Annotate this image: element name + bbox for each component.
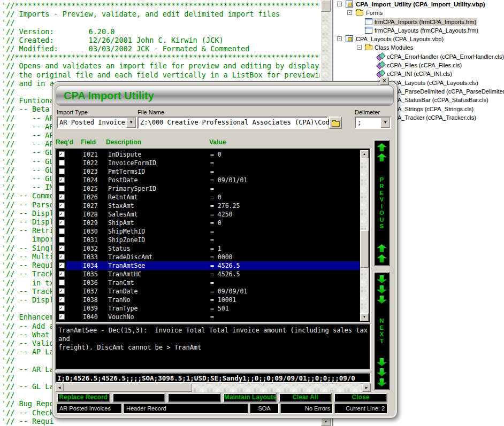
row-checkbox[interactable]: ✓ bbox=[59, 168, 65, 174]
scroll-left-button[interactable]: ◀ bbox=[55, 384, 64, 392]
row-field-id: I023 bbox=[83, 168, 98, 175]
file-name-field[interactable]: Z:\000 Creative Professional Associates … bbox=[138, 117, 328, 129]
dialog-button[interactable]: Maintain Layouts bbox=[223, 393, 277, 402]
row-checkbox[interactable]: ✓ bbox=[59, 245, 65, 251]
expand-toggle-icon[interactable]: - bbox=[337, 36, 342, 41]
dialog-button[interactable]: Clear All bbox=[279, 393, 332, 402]
delimiter-combobox[interactable]: ; ▼ bbox=[355, 117, 391, 129]
field-description-text: TranAmtSee - Dec(15,3): Invoice Total To… bbox=[58, 326, 368, 352]
import-type-label: Import Type bbox=[57, 109, 88, 115]
row-description: VouchNo bbox=[108, 313, 134, 321]
expand-toggle-icon[interactable]: - bbox=[347, 10, 352, 15]
import-type-combobox[interactable]: AR Posted Invoices ▼ bbox=[57, 117, 137, 129]
row-checkbox[interactable]: ✓ bbox=[59, 203, 65, 208]
next-record-button[interactable]: NEXT bbox=[373, 272, 390, 390]
form-icon bbox=[365, 18, 372, 25]
field-row[interactable]: ✓ I030 ShipMethID = bbox=[57, 227, 360, 236]
scroll-up-button[interactable]: ▲ bbox=[360, 150, 369, 158]
tree-item[interactable]: frmCPA_Layouts (frmCPA_Layouts.frm) bbox=[333, 26, 504, 35]
field-row[interactable]: ✓ I027 StaxAmt = 276.25 bbox=[57, 202, 360, 210]
dialog-title: CPA Import Utility bbox=[56, 86, 393, 105]
row-checkbox[interactable]: ✓ bbox=[59, 314, 65, 320]
field-row[interactable]: ✓ I031 ShipZoneID = bbox=[57, 236, 360, 244]
row-checkbox[interactable]: ✓ bbox=[59, 151, 65, 157]
field-row[interactable]: ✓ I038 TranNo = 10001 bbox=[57, 296, 360, 304]
scroll-down-button[interactable]: ▼ bbox=[321, 417, 331, 426]
tree-item[interactable]: - Class Modules bbox=[333, 43, 504, 52]
field-row[interactable]: ✓ I033 TradeDiscAmt = 0000 bbox=[57, 253, 360, 261]
browse-file-button[interactable] bbox=[329, 117, 342, 129]
field-row[interactable]: ✓ I021 InDispute = 0 bbox=[57, 150, 360, 159]
column-header-field: Field bbox=[81, 138, 96, 146]
status-record-code: SOA bbox=[250, 404, 279, 414]
tree-item[interactable]: - CPA_Layouts (CPA_Layouts.vbp) bbox=[333, 35, 504, 43]
field-row[interactable]: ✓ I028 SalesAmt = 4250 bbox=[57, 210, 360, 219]
tree-item[interactable]: - CPA_Import_Utility (CPA_Import_Utility… bbox=[333, 0, 504, 9]
field-row[interactable]: ✓ I026 RetntAmt = 0 bbox=[57, 193, 360, 202]
status-bar: AR Posted Invoices Header Record SOA No … bbox=[57, 404, 387, 414]
tree-item[interactable]: cCPA_ErrorHandler (cCPA_ErrorHandler.cls… bbox=[333, 52, 504, 61]
field-row[interactable]: ✓ I023 PmtTermsID = bbox=[57, 167, 360, 176]
tree-item-label: cCPA_Layouts (cCPA_Layouts.cls) bbox=[386, 79, 479, 87]
row-description: TranCmt bbox=[108, 279, 134, 286]
row-checkbox[interactable]: ✓ bbox=[59, 194, 65, 200]
row-value: = bbox=[210, 228, 214, 235]
tree-item[interactable]: cCPA_INI (cCPA_INI.cls) bbox=[333, 69, 504, 78]
chevron-down-icon[interactable]: ▼ bbox=[126, 118, 136, 128]
row-checkbox[interactable]: ✓ bbox=[59, 228, 65, 234]
row-checkbox[interactable]: ✓ bbox=[59, 280, 65, 285]
field-row[interactable]: ✓ I035 TranAmtHC = 4526.5 bbox=[57, 270, 360, 278]
row-checkbox[interactable]: ✓ bbox=[59, 220, 65, 226]
field-row[interactable]: ✓ I029 ShipAmt = 0 bbox=[57, 219, 360, 227]
field-row[interactable]: ✓ I024 PostDate = 09/01/01 bbox=[57, 176, 360, 184]
row-checkbox[interactable]: ✓ bbox=[59, 185, 65, 191]
dialog-button[interactable] bbox=[167, 393, 221, 402]
row-checkbox[interactable]: ✓ bbox=[59, 262, 65, 268]
record-horizontal-scrollbar[interactable]: ◀ ▶ bbox=[55, 384, 371, 392]
field-row[interactable]: ✓ I034 TranAmtSee = 4526.5 bbox=[57, 261, 360, 270]
row-field-id: I039 bbox=[83, 305, 98, 312]
field-row[interactable]: ✓ I032 Status = 1 bbox=[57, 244, 360, 253]
scrollbar-thumb[interactable] bbox=[360, 230, 369, 268]
up-arrows bbox=[377, 244, 387, 262]
row-checkbox[interactable]: ✓ bbox=[59, 271, 65, 277]
tree-item[interactable]: cCPA_Files (cCPA_Files.cls) bbox=[333, 61, 504, 69]
row-checkbox[interactable]: ✓ bbox=[59, 211, 65, 217]
tree-item[interactable]: frmCPA_Imports (frmCPA_Imports.frm) bbox=[333, 18, 504, 26]
row-field-id: I021 bbox=[83, 151, 98, 158]
expand-toggle-icon[interactable]: - bbox=[337, 2, 342, 6]
row-checkbox[interactable]: ✓ bbox=[59, 297, 65, 303]
field-row[interactable]: ✓ I037 TranDate = 09/09/01 bbox=[57, 287, 360, 296]
previous-record-button[interactable]: PREVIOUS bbox=[373, 140, 390, 266]
scrollbar-thumb[interactable] bbox=[64, 384, 192, 392]
dialog-button[interactable]: Replace Record bbox=[57, 393, 110, 402]
row-checkbox[interactable]: ✓ bbox=[59, 254, 65, 260]
scrollbar-thumb[interactable] bbox=[321, 0, 331, 12]
row-checkbox[interactable]: ✓ bbox=[59, 177, 65, 183]
field-row[interactable]: ✓ I036 TranCmt = bbox=[57, 278, 360, 287]
scroll-right-button[interactable]: ▶ bbox=[362, 384, 371, 392]
scroll-down-button[interactable]: ▼ bbox=[360, 313, 369, 321]
expand-toggle-icon[interactable]: - bbox=[357, 45, 362, 50]
tree-item[interactable]: - Forms bbox=[333, 9, 504, 17]
tree-item-label: cCPA_StatusBar (cCPA_StatusBar.cls) bbox=[386, 96, 490, 104]
field-row[interactable]: ✓ I022 InvoiceFormID = bbox=[57, 159, 360, 167]
chevron-down-icon[interactable]: ▼ bbox=[380, 118, 390, 128]
import-type-value: AR Posted Invoices bbox=[59, 119, 129, 126]
row-checkbox[interactable]: ✓ bbox=[59, 305, 65, 311]
field-row[interactable]: ✓ I025 PrimarySperID = bbox=[57, 184, 360, 193]
row-description: TranNo bbox=[108, 296, 131, 304]
record-line-field[interactable]: I;0;4526.5;4526.5;;;;SOA;3098.5;1;USD;SE… bbox=[55, 373, 371, 383]
close-icon[interactable]: X bbox=[380, 77, 389, 85]
field-row[interactable]: ✓ I040 VouchNo = bbox=[57, 313, 360, 321]
dialog-button[interactable]: Close bbox=[334, 393, 387, 402]
dialog-button[interactable] bbox=[112, 393, 166, 402]
record-line-text: I;0;4526.5;4526.5;;;;SOA;3098.5;1;USD;SE… bbox=[57, 374, 370, 382]
field-row[interactable]: ✓ I039 TranType = 501 bbox=[57, 304, 360, 313]
list-vertical-scrollbar[interactable]: ▲ ▼ bbox=[360, 150, 369, 321]
row-field-id: I034 bbox=[83, 262, 98, 269]
delimiter-label: Delimeter bbox=[355, 109, 380, 115]
row-checkbox[interactable]: ✓ bbox=[59, 288, 65, 294]
row-checkbox[interactable]: ✓ bbox=[59, 160, 65, 166]
row-checkbox[interactable]: ✓ bbox=[59, 237, 65, 243]
